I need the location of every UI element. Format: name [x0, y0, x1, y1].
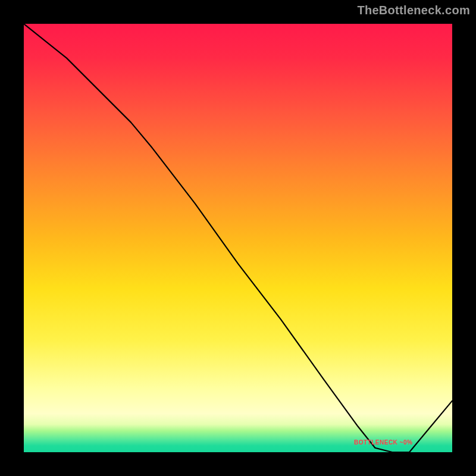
plot-area: BOTTLENECK ~0%	[24, 24, 452, 452]
watermark-text: TheBottleneck.com	[357, 4, 470, 17]
chart-frame: TheBottleneck.com BOTTLENECK ~0%	[0, 0, 476, 476]
bottleneck-curve	[24, 24, 452, 452]
curve-path	[24, 24, 452, 452]
bottleneck-marker-label: BOTTLENECK ~0%	[354, 439, 412, 446]
